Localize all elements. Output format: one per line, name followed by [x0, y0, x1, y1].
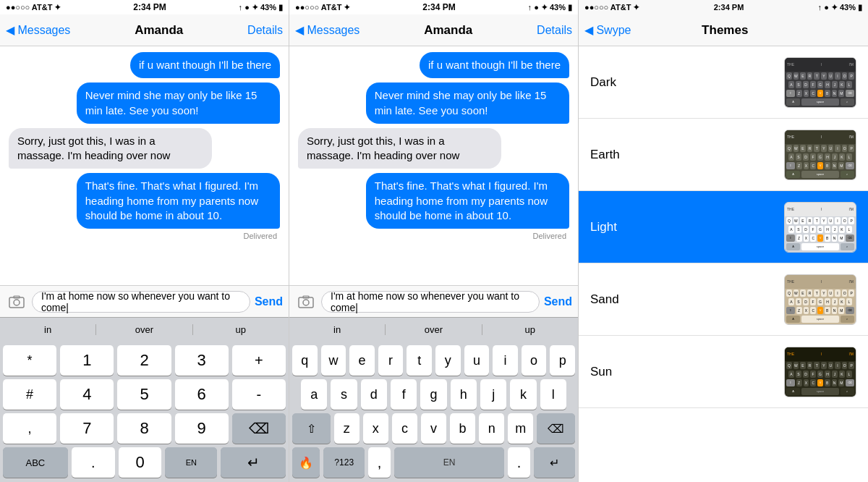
theme-row-light[interactable]: Light THEII'M Q W E R T Y U I O	[579, 191, 868, 263]
suggestion-up-2[interactable]: up	[482, 324, 578, 335]
key-x[interactable]: x	[363, 413, 388, 444]
themes-back-button[interactable]: ◀ Swype	[584, 23, 631, 37]
key-numbers[interactable]: ?123	[323, 447, 365, 478]
camera-icon-1[interactable]	[6, 291, 27, 313]
key-k[interactable]: k	[510, 379, 536, 410]
status-bar-1: ●●○○○ AT&T ✦ 2:34 PM ↑ ● ✦ 43% ▮	[0, 0, 289, 14]
key-z[interactable]: z	[334, 413, 359, 444]
theme-row-sand[interactable]: Sand THEII'M Q W E R T Y U I O	[579, 263, 868, 336]
themes-panel: ●●○○○ AT&T ✦ 2:34 PM ↑ ● ✦ 43% ▮ ◀ Swype…	[579, 0, 868, 482]
suggestion-over-1[interactable]: over	[96, 324, 192, 335]
key-m[interactable]: m	[508, 413, 533, 444]
msg-row: if u want though I'll be there	[9, 52, 280, 78]
themes-nav: ●●○○○ AT&T ✦ 2:34 PM ↑ ● ✦ 43% ▮ ◀ Swype…	[579, 0, 868, 46]
themes-battery: ↑ ● ✦ 43% ▮	[818, 3, 862, 12]
key-8[interactable]: 8	[117, 413, 171, 444]
key-3[interactable]: 3	[175, 345, 229, 376]
key-l[interactable]: l	[540, 379, 566, 410]
key-o[interactable]: o	[522, 345, 547, 376]
key-6[interactable]: 6	[175, 379, 229, 410]
suggestion-up-1[interactable]: up	[193, 324, 289, 335]
key-t[interactable]: t	[407, 345, 432, 376]
key-minus[interactable]: -	[232, 379, 286, 410]
status-left-1: ●●○○○ AT&T ✦	[6, 3, 61, 12]
send-button-1[interactable]: Send	[255, 295, 283, 308]
key-row-qwerty-3: ⇧ z x c v b n m ⌫	[289, 410, 578, 444]
key-v[interactable]: v	[421, 413, 446, 444]
key-delete[interactable]: ⌫	[232, 413, 286, 444]
key-n[interactable]: n	[479, 413, 504, 444]
key-hash[interactable]: #	[3, 379, 56, 410]
suggestion-in-2[interactable]: in	[289, 324, 386, 335]
status-bar-2: ●●○○○ AT&T ✦ 2:34 PM ↑ ● ✦ 43% ▮	[289, 0, 578, 14]
key-period[interactable]: .	[72, 447, 115, 478]
key-comma-2[interactable]: ,	[368, 447, 391, 478]
key-f[interactable]: f	[391, 379, 417, 410]
key-abc[interactable]: ABC	[3, 447, 68, 478]
theme-name-sun: Sun	[590, 365, 784, 379]
theme-preview-sun: THEII'M Q W E R T Y U I O P	[784, 347, 856, 397]
key-4[interactable]: 4	[60, 379, 114, 410]
key-a[interactable]: a	[301, 379, 327, 410]
theme-row-dark[interactable]: Dark THEII'M Q W E R T Y U I O	[579, 46, 868, 119]
key-y[interactable]: y	[435, 345, 461, 376]
messages-area-2: if u want though I'll be there Never min…	[289, 46, 578, 285]
key-en[interactable]: EN	[165, 447, 217, 478]
keyboard-1: * 1 2 3 + # 4 5 6 - , 7 8 9 ⌫ ABC . 0 EN…	[0, 342, 289, 482]
details-button-2[interactable]: Details	[537, 24, 572, 37]
key-space-en[interactable]: EN	[394, 447, 505, 478]
back-button-2[interactable]: ◀ Messages	[295, 23, 359, 37]
key-plus[interactable]: +	[232, 345, 286, 376]
key-i[interactable]: i	[493, 345, 518, 376]
details-button-1[interactable]: Details	[247, 24, 283, 37]
theme-name-earth: Earth	[590, 148, 784, 162]
svg-rect-3	[299, 297, 313, 308]
key-return[interactable]: ↵	[221, 447, 286, 478]
key-b[interactable]: b	[450, 413, 475, 444]
message-input-1[interactable]: I'm at home now so whenever you want to …	[32, 291, 250, 313]
message-input-2[interactable]: I'm at home now so whenever you want to …	[321, 291, 540, 313]
key-star[interactable]: *	[3, 345, 56, 376]
key-9[interactable]: 9	[175, 413, 229, 444]
key-delete-2[interactable]: ⌫	[537, 413, 575, 444]
key-swype-fire[interactable]: 🔥	[292, 447, 320, 478]
svg-point-4	[303, 300, 309, 305]
key-q[interactable]: q	[292, 345, 318, 376]
msg-bubble-out: That's fine. That's what I figured. I'm …	[366, 173, 569, 229]
key-e[interactable]: e	[349, 345, 375, 376]
key-h[interactable]: h	[451, 379, 477, 410]
theme-row-earth[interactable]: Earth THEII'M Q W E R T Y U I O	[579, 119, 868, 191]
msg-row: Never mind she may only be like 15 min l…	[9, 83, 280, 124]
key-comma[interactable]: ,	[3, 413, 56, 444]
key-g[interactable]: g	[420, 379, 446, 410]
key-0[interactable]: 0	[119, 447, 162, 478]
key-row: , 7 8 9 ⌫	[0, 410, 289, 444]
bottom-row-2: 🔥 ?123 , EN . ↵	[289, 444, 578, 482]
key-shift[interactable]: ⇧	[292, 413, 331, 444]
key-5[interactable]: 5	[117, 379, 171, 410]
key-row-qwerty-1: q w e r t y u i o p	[289, 342, 578, 376]
bottom-row-1: ABC . 0 EN ↵	[0, 444, 289, 482]
key-j[interactable]: j	[480, 379, 506, 410]
suggestion-in-1[interactable]: in	[0, 324, 96, 335]
contact-name-1: Amanda	[135, 23, 183, 38]
theme-row-sun[interactable]: Sun THEII'M Q W E R T Y U I O	[579, 336, 868, 408]
key-return-2[interactable]: ↵	[534, 447, 575, 478]
key-u[interactable]: u	[464, 345, 490, 376]
msg-bubble-in: Sorry, just got this, I was in a massage…	[298, 128, 501, 169]
suggestion-over-2[interactable]: over	[386, 324, 482, 335]
key-r[interactable]: r	[378, 345, 404, 376]
key-2[interactable]: 2	[117, 345, 171, 376]
key-1[interactable]: 1	[60, 345, 114, 376]
key-period-2[interactable]: .	[508, 447, 530, 478]
key-d[interactable]: d	[361, 379, 387, 410]
send-button-2[interactable]: Send	[544, 295, 572, 308]
key-c[interactable]: c	[392, 413, 417, 444]
key-s[interactable]: s	[331, 379, 357, 410]
back-button-1[interactable]: ◀ Messages	[6, 23, 70, 37]
camera-icon-2[interactable]	[295, 291, 317, 313]
key-w[interactable]: w	[321, 345, 346, 376]
key-7[interactable]: 7	[60, 413, 114, 444]
key-p[interactable]: p	[550, 345, 575, 376]
status-right-2: ↑ ● ✦ 43% ▮	[528, 3, 572, 12]
